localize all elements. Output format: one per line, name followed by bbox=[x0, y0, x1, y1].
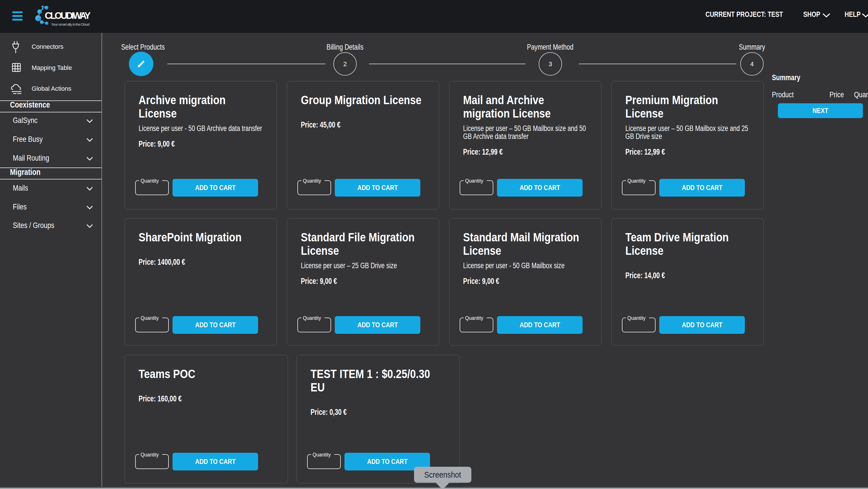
svg-text:Your smart ally in the Cloud: Your smart ally in the Cloud bbox=[51, 22, 90, 27]
svg-text:CLOUDIWAY: CLOUDIWAY bbox=[45, 10, 91, 21]
